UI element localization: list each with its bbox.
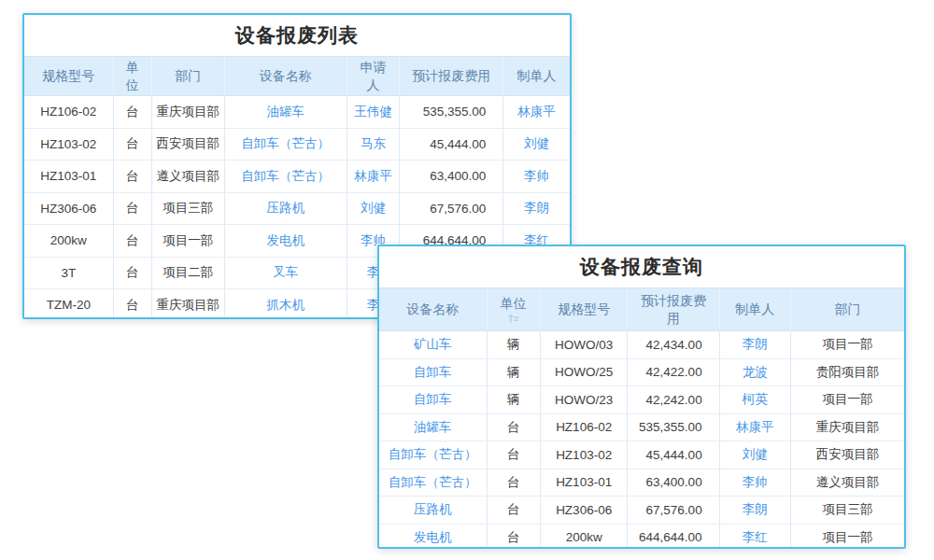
cell: 西安项目部 — [151, 128, 224, 161]
column-header[interactable]: 单位 — [487, 288, 540, 331]
link-cell[interactable]: 柯英 — [719, 386, 790, 414]
cell: HZ106-02 — [24, 96, 113, 129]
link-cell[interactable]: 自卸车（芒古） — [224, 128, 347, 161]
cell: 项目一部 — [791, 331, 904, 359]
cell: TZM-20 — [24, 289, 113, 320]
column-header: 设备名称 — [379, 288, 487, 331]
cell: 台 — [113, 161, 151, 193]
cell: HZ103-01 — [541, 469, 628, 497]
column-header-label: 设备名称 — [260, 67, 312, 84]
link-cell[interactable]: 马东 — [347, 128, 400, 161]
column-header-label: 规格型号 — [42, 67, 94, 84]
column-header: 预计报废费用 — [400, 57, 503, 96]
table-row: HZ306-06台项目三部压路机刘健67,576.00李朗 — [24, 192, 570, 225]
link-cell[interactable]: 龙波 — [719, 358, 790, 386]
page-title: 设备报废列表 — [24, 15, 570, 56]
cell: 644,644.00 — [628, 524, 719, 549]
cell: 重庆项目部 — [151, 289, 224, 320]
cell: 台 — [113, 96, 151, 129]
cell: HZ103-02 — [541, 441, 628, 469]
cell: 遵义项目部 — [791, 469, 904, 497]
header-row: 设备名称单位规格型号预计报废费用制单人部门 — [379, 288, 904, 331]
cell: 63,400.00 — [400, 161, 503, 193]
cell: HZ103-02 — [24, 128, 113, 161]
link-cell[interactable]: 林康平 — [719, 413, 790, 441]
link-cell[interactable]: 李红 — [719, 524, 790, 549]
column-header: 申请人 — [347, 57, 400, 96]
column-header-label: 设备名称 — [406, 301, 459, 317]
column-header: 制单人 — [719, 288, 790, 331]
link-cell[interactable]: 李帅 — [503, 161, 570, 193]
cell: 3T — [24, 257, 113, 289]
column-header-label: 规格型号 — [558, 301, 610, 317]
cell: 贵阳项目部 — [791, 358, 904, 386]
cell: 台 — [113, 128, 151, 161]
column-header-label: 部门 — [175, 67, 201, 84]
link-cell[interactable]: 发电机 — [224, 225, 347, 258]
table-row: 压路机台HZ306-0667,576.00李朗项目三部 — [379, 497, 904, 525]
link-cell[interactable]: 自卸车 — [379, 358, 487, 386]
link-cell[interactable]: 矿山车 — [379, 331, 487, 359]
cell: 辆 — [487, 331, 540, 359]
link-cell[interactable]: 压路机 — [379, 497, 487, 525]
cell: 台 — [487, 524, 540, 549]
column-header: 预计报废费用 — [628, 288, 719, 331]
table-row: 自卸车辆HOWO/2542,422.00龙波贵阳项目部 — [379, 358, 904, 386]
cell: 67,576.00 — [628, 497, 719, 525]
link-cell[interactable]: 刘健 — [503, 128, 570, 161]
table-row: 自卸车辆HOWO/2342,242.00柯英项目一部 — [379, 386, 904, 414]
link-cell[interactable]: 发电机 — [379, 524, 487, 549]
sort-ascending-icon[interactable] — [508, 313, 519, 324]
column-header-label: 预计报废费用 — [412, 67, 490, 84]
scrap-query-panel: 设备报废查询 设备名称单位规格型号预计报废费用制单人部门 矿山车辆HOWO/03… — [377, 245, 906, 549]
link-cell[interactable]: 林康平 — [503, 96, 570, 129]
link-cell[interactable]: 叉车 — [224, 257, 347, 289]
table-row: HZ106-02台重庆项目部油罐车王伟健535,355.00林康平 — [24, 96, 570, 129]
cell: 辆 — [487, 358, 540, 386]
cell: 535,355.00 — [628, 413, 719, 441]
table-header: 设备名称单位规格型号预计报废费用制单人部门 — [379, 288, 904, 331]
column-header: 规格型号 — [541, 288, 628, 331]
desktop-background: 设备报废列表 规格型号单位部门设备名称申请人预计报废费用制单人 HZ106-02… — [0, 0, 934, 560]
cell: 台 — [113, 289, 151, 320]
link-cell[interactable]: 刘健 — [719, 441, 790, 469]
link-cell[interactable]: 李朗 — [503, 192, 570, 225]
cell: 台 — [113, 225, 151, 258]
column-header: 制单人 — [503, 57, 570, 96]
cell: 45,444.00 — [400, 128, 503, 161]
link-cell[interactable]: 压路机 — [224, 192, 347, 225]
table-row: 矿山车辆HOWO/0342,434.00李朗项目一部 — [379, 331, 904, 359]
column-header-label: 单位 — [501, 295, 527, 312]
cell: 台 — [113, 192, 151, 225]
cell: 42,434.00 — [628, 331, 719, 359]
cell: 台 — [487, 441, 540, 469]
link-cell[interactable]: 油罐车 — [379, 413, 487, 441]
column-header-label: 制单人 — [735, 301, 774, 317]
cell: HOWO/25 — [541, 358, 628, 386]
link-cell[interactable]: 自卸车 — [379, 386, 487, 414]
link-cell[interactable]: 自卸车（芒古） — [379, 469, 487, 497]
column-header-label: 部门 — [835, 301, 861, 317]
cell: 辆 — [487, 386, 540, 414]
link-cell[interactable]: 王伟健 — [347, 96, 400, 129]
scrap-query-table: 设备名称单位规格型号预计报废费用制单人部门 矿山车辆HOWO/0342,434.… — [379, 287, 904, 549]
table-row: 油罐车台HZ106-02535,355.00林康平重庆项目部 — [379, 413, 904, 441]
column-header: 规格型号 — [24, 57, 113, 96]
link-cell[interactable]: 抓木机 — [224, 289, 347, 320]
link-cell[interactable]: 自卸车（芒古） — [379, 441, 487, 469]
table-row: 发电机台200kw644,644.00李红项目一部 — [379, 524, 904, 549]
column-header: 单位 — [113, 57, 151, 96]
cell: 45,444.00 — [628, 441, 719, 469]
link-cell[interactable]: 李朗 — [719, 331, 790, 359]
link-cell[interactable]: 李朗 — [719, 497, 790, 525]
link-cell[interactable]: 自卸车（芒古） — [224, 161, 347, 193]
cell: 项目二部 — [151, 257, 224, 289]
cell: 200kw — [541, 524, 628, 549]
table-header: 规格型号单位部门设备名称申请人预计报废费用制单人 — [24, 57, 570, 96]
link-cell[interactable]: 林康平 — [347, 161, 400, 193]
link-cell[interactable]: 刘健 — [347, 192, 400, 225]
link-cell[interactable]: 油罐车 — [224, 96, 347, 129]
column-header: 设备名称 — [224, 57, 347, 96]
cell: 42,422.00 — [628, 358, 719, 386]
link-cell[interactable]: 李帅 — [719, 469, 790, 497]
